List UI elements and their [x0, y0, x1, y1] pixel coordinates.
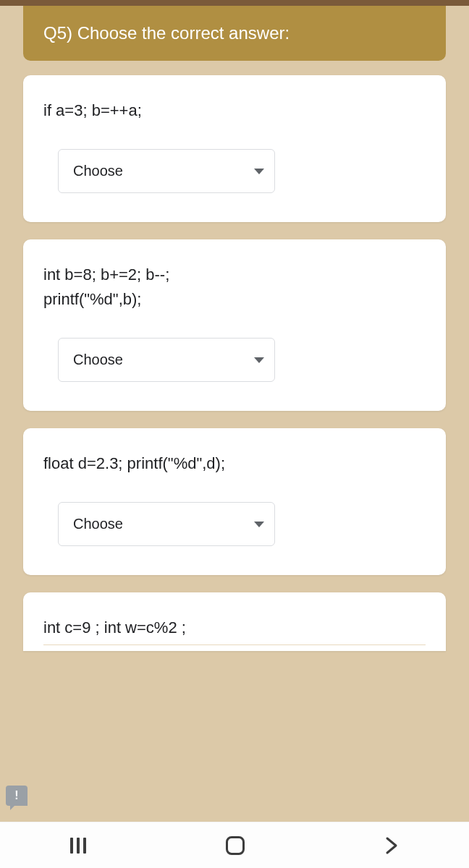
chevron-down-icon	[254, 357, 264, 363]
question-text: int b=8; b+=2; b--; printf("%d",b);	[43, 263, 426, 312]
dropdown-label: Choose	[73, 163, 123, 179]
question-text: int c=9 ; int w=c%2 ;	[43, 616, 426, 645]
chevron-down-icon	[254, 522, 264, 527]
home-button[interactable]	[226, 836, 245, 855]
question-text: float d=2.3; printf("%d",d);	[43, 451, 426, 476]
exclamation-icon: !	[6, 786, 28, 806]
dropdown-label: Choose	[73, 516, 123, 532]
question-text: if a=3; b=++a;	[43, 98, 426, 123]
answer-dropdown[interactable]: Choose	[58, 149, 275, 193]
question-card-1: if a=3; b=++a; Choose	[23, 75, 446, 222]
header-title: Q5) Choose the correct answer:	[43, 23, 290, 43]
recent-apps-button[interactable]	[70, 838, 86, 854]
status-bar	[0, 0, 469, 6]
answer-dropdown[interactable]: Choose	[58, 338, 275, 382]
back-button[interactable]	[384, 835, 399, 856]
answer-dropdown[interactable]: Choose	[58, 502, 275, 546]
form-content: Q5) Choose the correct answer: if a=3; b…	[0, 6, 469, 651]
question-header: Q5) Choose the correct answer:	[23, 6, 446, 61]
alert-badge[interactable]: !	[6, 786, 28, 806]
android-nav-bar	[0, 822, 469, 868]
dropdown-label: Choose	[73, 352, 123, 368]
question-card-2: int b=8; b+=2; b--; printf("%d",b); Choo…	[23, 239, 446, 411]
question-card-4: int c=9 ; int w=c%2 ;	[23, 592, 446, 651]
chevron-down-icon	[254, 169, 264, 174]
question-card-3: float d=2.3; printf("%d",d); Choose	[23, 428, 446, 575]
